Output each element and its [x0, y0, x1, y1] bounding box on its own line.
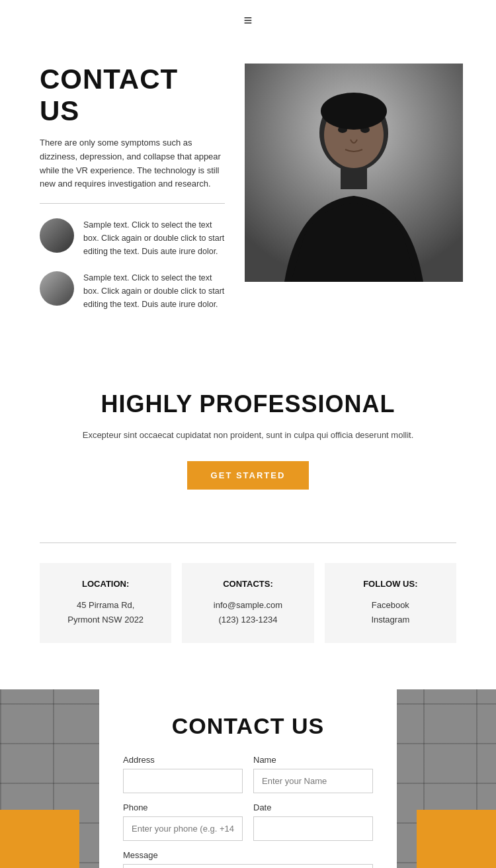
location-label: LOCATION: [53, 579, 158, 589]
name-group: Name [253, 755, 373, 793]
avatar-1 [40, 218, 74, 253]
avatar-inner-2 [40, 271, 74, 306]
header: ≡ [0, 0, 496, 37]
professional-description: Excepteur sint occaecat cupidatat non pr… [40, 429, 456, 443]
phone-label: Phone [123, 803, 243, 812]
contacts-line1: info@sample.com [214, 600, 282, 610]
contact-title: CONTACT US [40, 64, 225, 127]
professional-title: HIGHLY PROFESSIONAL [40, 390, 456, 418]
contact-description: There are only some symptoms such as diz… [40, 136, 225, 191]
get-started-button[interactable]: GET STARTED [187, 461, 310, 490]
avatar-inner-1 [40, 218, 74, 253]
contacts-text: info@sample.com (123) 123-1234 [195, 598, 300, 627]
address-group: Address [123, 755, 243, 793]
message-label: Message [123, 850, 373, 860]
name-input[interactable] [253, 769, 373, 793]
phone-group: Phone [123, 803, 243, 841]
date-label: Date [253, 803, 373, 812]
contact-item-1-text: Sample text. Click to select the text bo… [83, 218, 225, 258]
name-label: Name [253, 755, 373, 765]
info-card-location: LOCATION: 45 Pirrama Rd, Pyrmont NSW 202… [40, 563, 171, 643]
form-title: CONTACT US [123, 713, 373, 739]
hamburger-icon[interactable]: ≡ [244, 12, 253, 29]
contacts-label: CONTACTS: [195, 579, 300, 589]
info-card-follow: FOLLOW US: Facebook Instagram [325, 563, 456, 643]
contact-section: CONTACT US There are only some symptoms … [0, 37, 496, 351]
location-line1: 45 Pirrama Rd, [77, 600, 134, 610]
form-accent-left [0, 810, 79, 868]
form-accent-right [417, 810, 496, 868]
professional-section: HIGHLY PROFESSIONAL Excepteur sint occae… [0, 351, 496, 516]
contact-item-2: Sample text. Click to select the text bo… [40, 271, 225, 311]
contacts-line2: (123) 123-1234 [219, 615, 278, 625]
date-input[interactable] [253, 816, 373, 841]
form-row-address-name: Address Name [123, 755, 373, 793]
avatar-2 [40, 271, 74, 306]
info-card-contacts: CONTACTS: info@sample.com (123) 123-1234 [182, 563, 313, 643]
form-row-phone-date: Phone Date [123, 803, 373, 841]
follow-line2: Instagram [371, 615, 409, 625]
phone-input[interactable] [123, 816, 243, 841]
follow-line1: Facebook [372, 600, 409, 610]
date-group: Date [253, 803, 373, 841]
svg-point-6 [321, 93, 387, 130]
form-container: CONTACT US Address Name Phone Date Messa… [99, 689, 397, 868]
address-input[interactable] [123, 769, 243, 793]
section-divider-line [40, 203, 225, 204]
address-label: Address [123, 755, 243, 765]
message-input[interactable] [123, 864, 373, 868]
location-text: 45 Pirrama Rd, Pyrmont NSW 2022 [53, 598, 158, 627]
contact-photo [245, 64, 463, 282]
info-cards: LOCATION: 45 Pirrama Rd, Pyrmont NSW 202… [0, 543, 496, 663]
message-group: Message [123, 850, 373, 868]
contact-item-2-text: Sample text. Click to select the text bo… [83, 271, 225, 311]
contact-left: CONTACT US There are only some symptoms … [40, 64, 225, 324]
svg-rect-2 [341, 166, 367, 189]
contact-item-1: Sample text. Click to select the text bo… [40, 218, 225, 258]
form-section: CONTACT US Address Name Phone Date Messa… [0, 689, 496, 868]
follow-text: Facebook Instagram [338, 598, 443, 627]
follow-label: FOLLOW US: [338, 579, 443, 589]
contact-photo-svg [245, 64, 463, 282]
location-line2: Pyrmont NSW 2022 [67, 615, 144, 625]
